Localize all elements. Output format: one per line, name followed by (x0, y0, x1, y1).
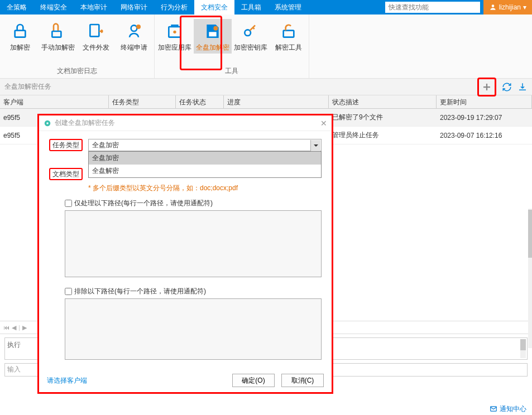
ribbon-key-library[interactable]: 加密密钥库 (232, 19, 270, 54)
ribbon-file-send[interactable]: 文件外发 (77, 19, 115, 54)
ribbon-group1-label: 文档加密日志 (57, 65, 97, 78)
download-icon[interactable] (517, 82, 528, 92)
footer-bar: 通知中心 (484, 403, 532, 415)
chevron-down-icon: ▾ (523, 3, 526, 11)
svg-rect-8 (209, 32, 216, 36)
user-menu[interactable]: lizhijian ▾ (483, 0, 532, 15)
svg-rect-11 (284, 31, 294, 37)
file-send-icon (86, 21, 106, 41)
menu-behavior[interactable]: 行为分析 (154, 0, 194, 15)
ribbon-decrypt-tool[interactable]: 解密工具 (270, 19, 308, 54)
svg-rect-1 (15, 31, 26, 37)
plus-icon[interactable] (482, 82, 492, 92)
terminal-apply-icon (124, 21, 144, 41)
dialog-icon (44, 119, 51, 127)
pager-prev-icon[interactable]: ◀ (12, 324, 16, 331)
user-icon (489, 3, 497, 11)
only-paths-textarea[interactable] (65, 210, 322, 277)
menu-toolbox[interactable]: 工具箱 (234, 0, 268, 15)
ok-button[interactable]: 确定(O) (232, 374, 275, 387)
cancel-button[interactable]: 取消(C) (281, 374, 324, 387)
library-icon (165, 21, 185, 41)
menu-all-policies[interactable]: 全策略 (0, 0, 33, 15)
svg-point-0 (491, 4, 494, 7)
panel-title: 全盘加解密任务 (4, 82, 51, 91)
unlock-tool-icon (279, 21, 299, 41)
ribbon-encrypt-library[interactable]: 加密应用库 (156, 19, 194, 54)
pager-first-icon[interactable]: ⏮ (3, 324, 9, 331)
col-status[interactable]: 任务状态 (176, 95, 224, 108)
svg-point-7 (173, 31, 176, 33)
exclude-paths-label: 排除以下路径(每行一个路径，请使用通配符) (74, 287, 206, 296)
scrollbar[interactable] (528, 209, 532, 348)
only-paths-checkbox[interactable] (65, 200, 72, 207)
ribbon-group2-label: 工具 (225, 65, 238, 78)
exclude-paths-checkbox[interactable] (65, 288, 72, 295)
grid-header: 客户端 任务类型 任务状态 进度 状态描述 更新时间 (0, 95, 532, 109)
menu-terminal-security[interactable]: 终端安全 (33, 0, 74, 15)
col-desc[interactable]: 状态描述 (329, 95, 437, 108)
top-menu: 全策略 终端安全 本地审计 网络审计 行为分析 文档安全 工具箱 系统管理 (0, 0, 385, 15)
svg-rect-2 (52, 31, 61, 37)
task-type-select[interactable]: 全盘加密 (88, 139, 322, 151)
menu-network-audit[interactable]: 网络审计 (114, 0, 154, 15)
close-icon[interactable]: ✕ (320, 119, 327, 128)
hand-lock-icon (48, 21, 68, 41)
create-task-dialog: 创建全盘加解密任务 ✕ 任务类型 全盘加密 全盘加密 全盘解密 文档类型 * 多… (37, 114, 333, 394)
dialog-title: 创建全盘加解密任务 (55, 118, 115, 128)
svg-point-5 (136, 25, 141, 29)
ribbon-encrypt-decrypt[interactable]: 加解密 (1, 19, 39, 54)
svg-point-4 (131, 25, 137, 31)
doc-type-label: 文档类型 (49, 168, 83, 180)
option-full-encrypt[interactable]: 全盘加密 (89, 152, 321, 165)
col-time[interactable]: 更新时间 (437, 95, 532, 108)
ribbon-full-disk-encrypt[interactable]: 全盘加解密 (194, 19, 232, 54)
notify-center[interactable]: 通知中心 (500, 404, 526, 414)
svg-rect-3 (90, 25, 99, 36)
ribbon-terminal-apply[interactable]: 终端申请 (115, 19, 153, 54)
only-paths-label: 仅处理以下路径(每行一个路径，请使用通配符) (74, 199, 213, 208)
select-client-link[interactable]: 请选择客户端 (47, 376, 87, 385)
exclude-paths-textarea[interactable] (65, 298, 322, 360)
task-type-label: 任务类型 (49, 139, 83, 151)
menu-system[interactable]: 系统管理 (268, 0, 308, 15)
refresh-icon[interactable] (502, 82, 512, 92)
search-input[interactable] (385, 2, 480, 13)
col-type[interactable]: 任务类型 (109, 95, 176, 108)
lock-icon (10, 21, 30, 41)
ribbon-manual-encrypt[interactable]: 手动加解密 (39, 19, 77, 54)
col-client[interactable]: 客户端 (0, 95, 109, 108)
chevron-down-icon[interactable] (310, 140, 320, 151)
doc-type-hint: * 多个后缀类型以英文分号分隔，如：doc;docx;pdf (88, 184, 322, 193)
col-progress[interactable]: 进度 (224, 95, 329, 108)
menu-doc-security[interactable]: 文档安全 (194, 0, 234, 15)
option-full-decrypt[interactable]: 全盘解密 (89, 165, 321, 177)
svg-point-10 (245, 30, 251, 36)
menu-local-audit[interactable]: 本地审计 (74, 0, 114, 15)
task-type-dropdown: 全盘加密 全盘解密 (88, 151, 322, 178)
svg-point-14 (46, 122, 49, 124)
user-name: lizhijian (499, 3, 521, 11)
mail-icon[interactable] (490, 405, 497, 413)
disk-icon (203, 21, 223, 41)
add-task-highlight (477, 78, 496, 96)
pager-next-icon[interactable]: ▶ (22, 324, 27, 331)
key-icon (241, 21, 261, 41)
svg-point-9 (213, 26, 218, 31)
